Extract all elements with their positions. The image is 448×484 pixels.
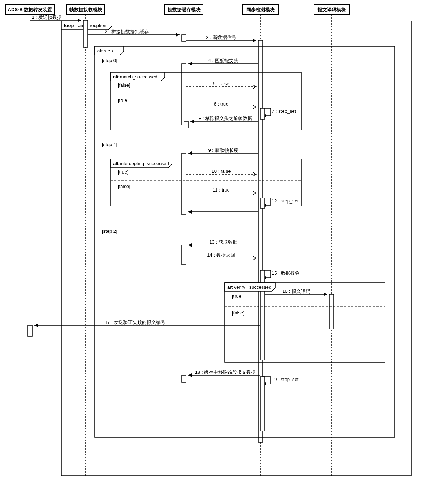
msg-13: 13 : 获取数据 [182,239,258,265]
participant-p5: 报文译码模块 [314,4,349,14]
msg-label: 12 : step_set [272,198,299,204]
frame-name: frame_recption [75,23,107,28]
msg-label: 16 : 报文译码 [282,288,310,294]
msg-10: 10 : false [186,168,256,176]
participant-p4: 同步检测模块 [243,4,278,14]
svg-rect-54 [260,377,265,431]
msg-18: 18 : 缓存中移除该段报文数据 [182,369,260,382]
frame-loop [61,21,411,476]
frame-kw: alt [97,48,103,53]
frame-name: step [104,48,113,53]
msg-label: 11 : true [212,187,230,193]
msg-16: 16 : 报文译码 [265,288,334,329]
frame-name: intercepting_successed [120,161,169,166]
guard-inter-false: [false] [118,184,130,189]
frame-altstep-tag: alt step [95,46,124,55]
svg-rect-8 [83,20,88,47]
frame-altmatch-tag: alt match_successed [111,72,165,81]
svg-rect-39 [182,245,186,265]
msg-11: 11 : true [186,187,256,195]
frame-name: verify _successed [234,284,271,290]
frame-altintercept-tag: alt intercepting_successed [111,159,172,168]
svg-marker-10 [176,33,180,37]
svg-rect-46 [329,294,334,329]
msg-label: 8 : 移除报文头之前帧数据 [199,116,252,121]
msg-label: 19 : step_set [272,377,299,382]
participant-label: ADS-B 数据转发装置 [8,7,52,12]
svg-rect-26 [184,121,188,128]
msg-7: 7 : step_set [260,108,296,119]
msg-3: 3 : 新数据信号 [186,35,263,442]
svg-rect-29 [182,153,186,215]
msg-label: 5 : false [213,81,229,86]
frame-name: match_successed [120,74,158,80]
guard-inter-true: [true] [118,169,129,175]
msg-label: 13 : 获取数据 [209,239,237,245]
msg-label: 17 : 发送验证失败的报文编号 [105,320,165,325]
guard-step0: [step 0] [102,58,117,63]
participant-p2: 帧数据接收模块 [66,4,105,14]
guard-verify-true: [true] [232,294,243,299]
guard-step1: [step 1] [102,142,117,147]
frame-kw: alt [227,284,233,290]
svg-rect-49 [28,325,32,336]
frame-kw: loop [64,23,74,28]
svg-marker-13 [253,39,256,42]
msg-label: 15 : 数据校验 [272,270,300,276]
svg-rect-11 [182,35,186,41]
msg-6: 6 : true [186,101,256,109]
svg-rect-23 [260,108,265,119]
msg-8: 8 : 移除报文头之前帧数据 [184,116,258,128]
svg-marker-25 [190,120,194,123]
msg-label: 6 : true [214,101,228,107]
msg-9: 9 : 获取帧长度 [182,147,258,215]
svg-rect-34 [260,198,265,208]
frame-altverify [225,283,385,362]
svg-rect-52 [182,375,186,382]
msg-label: 4 : 匹配报文头 [208,58,238,63]
svg-marker-38 [188,243,192,247]
msg-label: 9 : 获取帧长度 [208,147,238,153]
guard-match-true: [true] [118,98,129,103]
msg-label: 3 : 新数据信号 [206,35,236,40]
svg-text:alt intercepting_successed: alt intercepting_successed [113,161,169,166]
svg-marker-45 [324,292,327,296]
msg-label: 18 : 缓存中移除该段报文数据 [195,369,256,375]
msg-19: 19 : step_set [260,377,299,431]
guard-verify-false: [false] [232,310,245,316]
participant-label: 同步检测模块 [246,7,275,12]
svg-rect-18 [182,64,186,125]
participant-p3: 帧数据缓存模块 [165,4,203,14]
participant-label: 帧数据缓存模块 [168,7,201,12]
msg-label: 14 : 数据返回 [207,252,235,258]
svg-text:alt step: alt step [97,48,113,53]
svg-marker-48 [34,324,38,327]
svg-marker-36 [188,210,192,214]
participant-label: 帧数据接收模块 [69,7,102,12]
msg-14: 14 : 数据返回 [186,252,256,260]
guard-step2: [step 2] [102,228,117,234]
msg-label: 1 : 发送帧数据 [32,14,62,20]
frame-kw: alt [113,161,119,166]
msg-5: 5 : false [186,81,256,89]
msg-2: 2 : 拼接帧数据到缓存 [88,29,186,41]
sequence-diagram: ADS-B 数据转发装置 帧数据接收模块 帧数据缓存模块 同步检测模块 报文译码… [0,0,448,484]
msg-4: 4 : 匹配报文头 [182,58,258,125]
participant-label: 报文译码模块 [317,7,346,12]
frame-kw: alt [113,74,119,80]
svg-text:alt match_successed: alt match_successed [113,74,158,80]
frame-altstep [95,46,395,437]
svg-text:alt verify _successed: alt verify _successed [227,284,271,290]
msg-label: 7 : step_set [272,108,296,114]
participant-p1: ADS-B 数据转发装置 [5,4,55,14]
frame-altverify-tag: alt verify _successed [225,283,275,291]
svg-marker-17 [188,62,192,65]
msg-17: 17 : 发送验证失败的报文编号 [28,320,260,336]
svg-marker-51 [188,373,192,377]
guard-match-false: [false] [118,82,130,88]
msg-label: 2 : 拼接帧数据到缓存 [105,29,149,34]
svg-marker-28 [188,151,192,155]
msg-label: 10 : false [212,168,231,174]
msg-1: 1 : 发送帧数据 [30,14,88,47]
